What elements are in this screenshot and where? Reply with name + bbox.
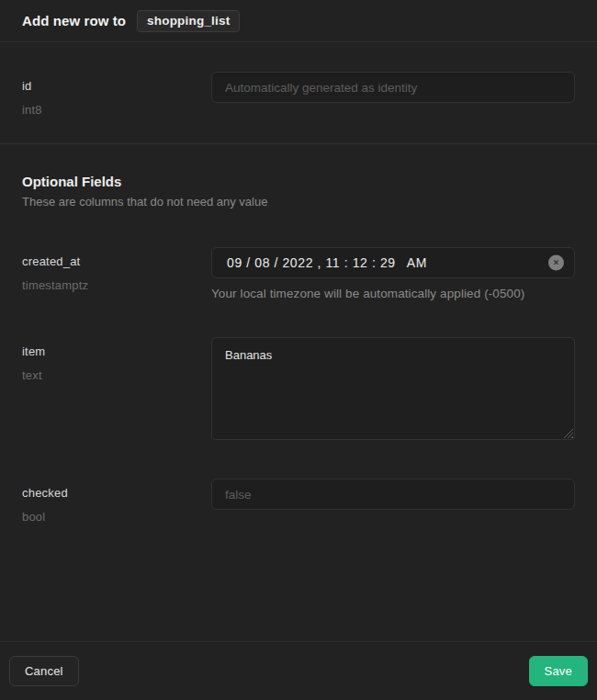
cancel-button[interactable]: Cancel <box>9 656 79 686</box>
datetime-value[interactable]: 09 / 08 / 2022 , 11 : 12 : 29 <box>227 255 396 270</box>
created-at-field-type: timestamptz <box>22 278 211 292</box>
field-row-checked: checked bool <box>22 479 575 524</box>
checked-field-type: bool <box>22 510 211 524</box>
table-name-badge: shopping_list <box>137 10 240 32</box>
timezone-helper-text: Your local timezone will be automaticall… <box>211 287 575 300</box>
panel-header: Add new row to shopping_list <box>0 0 597 42</box>
id-label-group: id int8 <box>22 72 211 117</box>
created-at-label-group: created_at timestamptz <box>22 247 211 292</box>
item-input-col: Bananas <box>211 337 575 440</box>
id-input[interactable] <box>211 72 575 103</box>
optional-fields-section: Optional Fields These are columns that d… <box>0 144 597 641</box>
field-row-id: id int8 <box>22 72 575 117</box>
optional-fields-subtitle: These are columns that do not need any v… <box>22 195 575 209</box>
id-field-type: int8 <box>22 103 211 117</box>
id-section: id int8 <box>0 42 597 144</box>
checked-label-group: checked bool <box>22 479 211 524</box>
save-button[interactable]: Save <box>529 656 588 686</box>
created-at-input-col: 09 / 08 / 2022 , 11 : 12 : 29 AM ✕ Your … <box>211 247 575 300</box>
clear-datetime-icon[interactable]: ✕ <box>548 255 564 271</box>
id-input-col <box>211 72 575 103</box>
datetime-meridiem[interactable]: AM <box>407 255 427 270</box>
item-label-group: item text <box>22 337 211 382</box>
checked-input-col <box>211 479 575 510</box>
item-textarea[interactable]: Bananas <box>211 337 575 440</box>
add-row-panel: Add new row to shopping_list id int8 Opt… <box>0 0 597 700</box>
optional-fields-title: Optional Fields <box>22 174 575 189</box>
field-row-created-at: created_at timestamptz 09 / 08 / 2022 , … <box>22 247 575 300</box>
checked-input[interactable] <box>211 479 575 510</box>
item-field-type: text <box>22 368 211 382</box>
checked-field-name: checked <box>22 486 211 500</box>
page-title: Add new row to <box>22 13 126 28</box>
item-field-name: item <box>22 344 211 358</box>
created-at-datetime-input[interactable]: 09 / 08 / 2022 , 11 : 12 : 29 AM ✕ <box>211 247 575 278</box>
panel-footer: Cancel Save <box>0 641 597 700</box>
created-at-field-name: created_at <box>22 254 211 268</box>
field-row-item: item text Bananas <box>22 337 575 440</box>
id-field-name: id <box>22 79 211 93</box>
